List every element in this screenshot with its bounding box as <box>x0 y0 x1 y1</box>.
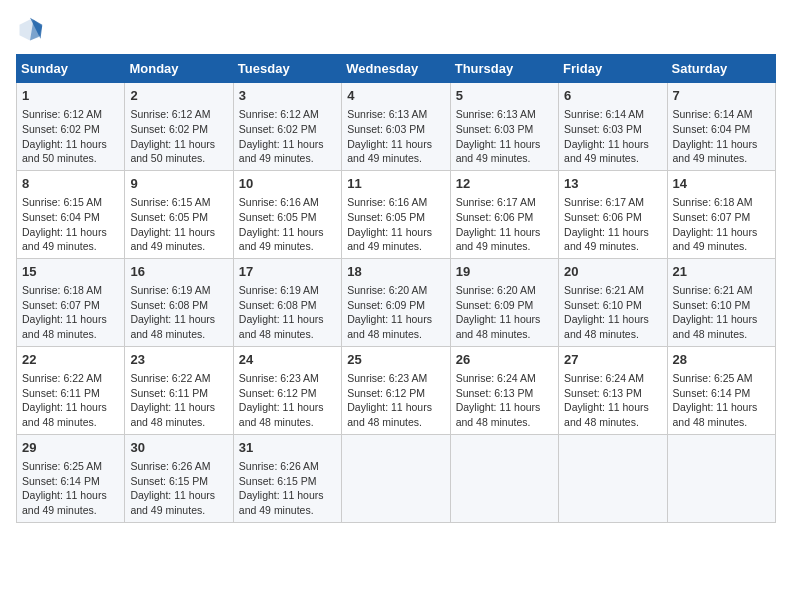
cell-line: Sunrise: 6:23 AM <box>347 371 444 386</box>
cell-line: Daylight: 11 hours <box>22 488 119 503</box>
cell-line: Sunset: 6:11 PM <box>130 386 227 401</box>
calendar-cell: 2Sunrise: 6:12 AMSunset: 6:02 PMDaylight… <box>125 83 233 171</box>
cell-line: Sunrise: 6:20 AM <box>347 283 444 298</box>
cell-line: Sunrise: 6:18 AM <box>22 283 119 298</box>
calendar-week-row: 1Sunrise: 6:12 AMSunset: 6:02 PMDaylight… <box>17 83 776 171</box>
calendar-cell: 16Sunrise: 6:19 AMSunset: 6:08 PMDayligh… <box>125 258 233 346</box>
cell-line: Sunset: 6:03 PM <box>564 122 661 137</box>
header-thursday: Thursday <box>450 55 558 83</box>
calendar-cell: 8Sunrise: 6:15 AMSunset: 6:04 PMDaylight… <box>17 170 125 258</box>
cell-line: Sunset: 6:06 PM <box>456 210 553 225</box>
cell-line: Daylight: 11 hours <box>22 312 119 327</box>
cell-line: Sunset: 6:09 PM <box>456 298 553 313</box>
cell-line: Daylight: 11 hours <box>130 400 227 415</box>
cell-line: Daylight: 11 hours <box>22 137 119 152</box>
cell-line: and 48 minutes. <box>130 415 227 430</box>
cell-line: and 49 minutes. <box>239 503 336 518</box>
day-number: 12 <box>456 175 553 193</box>
calendar-cell: 13Sunrise: 6:17 AMSunset: 6:06 PMDayligh… <box>559 170 667 258</box>
cell-line: and 49 minutes. <box>239 151 336 166</box>
cell-line: Sunset: 6:15 PM <box>239 474 336 489</box>
cell-line: Daylight: 11 hours <box>456 400 553 415</box>
day-number: 1 <box>22 87 119 105</box>
day-number: 21 <box>673 263 770 281</box>
cell-line: Sunrise: 6:12 AM <box>22 107 119 122</box>
cell-line: Sunrise: 6:21 AM <box>673 283 770 298</box>
cell-line: Sunset: 6:06 PM <box>564 210 661 225</box>
cell-line: Sunset: 6:08 PM <box>130 298 227 313</box>
cell-line: and 48 minutes. <box>22 415 119 430</box>
cell-line: and 50 minutes. <box>130 151 227 166</box>
cell-line: Sunrise: 6:20 AM <box>456 283 553 298</box>
cell-line: and 48 minutes. <box>564 327 661 342</box>
cell-line: Sunrise: 6:24 AM <box>564 371 661 386</box>
day-number: 18 <box>347 263 444 281</box>
cell-line: Daylight: 11 hours <box>564 312 661 327</box>
cell-line: Sunset: 6:09 PM <box>347 298 444 313</box>
cell-line: Sunset: 6:13 PM <box>456 386 553 401</box>
cell-line: Daylight: 11 hours <box>673 312 770 327</box>
day-number: 11 <box>347 175 444 193</box>
cell-line: Sunrise: 6:15 AM <box>130 195 227 210</box>
calendar-cell <box>450 434 558 522</box>
cell-line: Sunrise: 6:13 AM <box>456 107 553 122</box>
day-number: 23 <box>130 351 227 369</box>
cell-line: Sunset: 6:15 PM <box>130 474 227 489</box>
day-number: 24 <box>239 351 336 369</box>
calendar-cell: 27Sunrise: 6:24 AMSunset: 6:13 PMDayligh… <box>559 346 667 434</box>
cell-line: Sunrise: 6:26 AM <box>130 459 227 474</box>
day-number: 27 <box>564 351 661 369</box>
cell-line: Sunset: 6:03 PM <box>456 122 553 137</box>
day-number: 8 <box>22 175 119 193</box>
cell-line: Daylight: 11 hours <box>347 225 444 240</box>
logo-icon <box>16 16 44 44</box>
day-number: 7 <box>673 87 770 105</box>
calendar-cell <box>559 434 667 522</box>
cell-line: Sunrise: 6:16 AM <box>347 195 444 210</box>
cell-line: and 48 minutes. <box>22 327 119 342</box>
day-number: 14 <box>673 175 770 193</box>
day-number: 2 <box>130 87 227 105</box>
calendar-cell: 6Sunrise: 6:14 AMSunset: 6:03 PMDaylight… <box>559 83 667 171</box>
day-number: 9 <box>130 175 227 193</box>
cell-line: Daylight: 11 hours <box>673 225 770 240</box>
cell-line: Sunset: 6:12 PM <box>239 386 336 401</box>
cell-line: Sunrise: 6:25 AM <box>22 459 119 474</box>
page-header <box>16 16 776 44</box>
header-sunday: Sunday <box>17 55 125 83</box>
cell-line: Daylight: 11 hours <box>239 400 336 415</box>
cell-line: and 48 minutes. <box>673 327 770 342</box>
cell-line: and 49 minutes. <box>347 151 444 166</box>
calendar-cell: 22Sunrise: 6:22 AMSunset: 6:11 PMDayligh… <box>17 346 125 434</box>
day-number: 22 <box>22 351 119 369</box>
cell-line: Sunset: 6:07 PM <box>22 298 119 313</box>
cell-line: Sunset: 6:04 PM <box>22 210 119 225</box>
cell-line: Sunrise: 6:14 AM <box>564 107 661 122</box>
cell-line: Sunset: 6:02 PM <box>239 122 336 137</box>
header-monday: Monday <box>125 55 233 83</box>
calendar-cell: 25Sunrise: 6:23 AMSunset: 6:12 PMDayligh… <box>342 346 450 434</box>
calendar-cell: 29Sunrise: 6:25 AMSunset: 6:14 PMDayligh… <box>17 434 125 522</box>
cell-line: Sunset: 6:14 PM <box>673 386 770 401</box>
calendar-cell: 12Sunrise: 6:17 AMSunset: 6:06 PMDayligh… <box>450 170 558 258</box>
cell-line: and 49 minutes. <box>130 503 227 518</box>
calendar-cell: 11Sunrise: 6:16 AMSunset: 6:05 PMDayligh… <box>342 170 450 258</box>
day-number: 26 <box>456 351 553 369</box>
cell-line: and 48 minutes. <box>564 415 661 430</box>
cell-line: Daylight: 11 hours <box>347 400 444 415</box>
cell-line: and 49 minutes. <box>347 239 444 254</box>
calendar-cell: 20Sunrise: 6:21 AMSunset: 6:10 PMDayligh… <box>559 258 667 346</box>
calendar-body: 1Sunrise: 6:12 AMSunset: 6:02 PMDaylight… <box>17 83 776 523</box>
cell-line: and 50 minutes. <box>22 151 119 166</box>
cell-line: Sunrise: 6:25 AM <box>673 371 770 386</box>
calendar-cell: 23Sunrise: 6:22 AMSunset: 6:11 PMDayligh… <box>125 346 233 434</box>
calendar-cell: 5Sunrise: 6:13 AMSunset: 6:03 PMDaylight… <box>450 83 558 171</box>
cell-line: and 49 minutes. <box>22 503 119 518</box>
day-number: 3 <box>239 87 336 105</box>
cell-line: Daylight: 11 hours <box>673 400 770 415</box>
cell-line: Sunrise: 6:22 AM <box>22 371 119 386</box>
cell-line: Sunset: 6:05 PM <box>239 210 336 225</box>
cell-line: Daylight: 11 hours <box>22 400 119 415</box>
calendar-cell: 24Sunrise: 6:23 AMSunset: 6:12 PMDayligh… <box>233 346 341 434</box>
day-number: 16 <box>130 263 227 281</box>
